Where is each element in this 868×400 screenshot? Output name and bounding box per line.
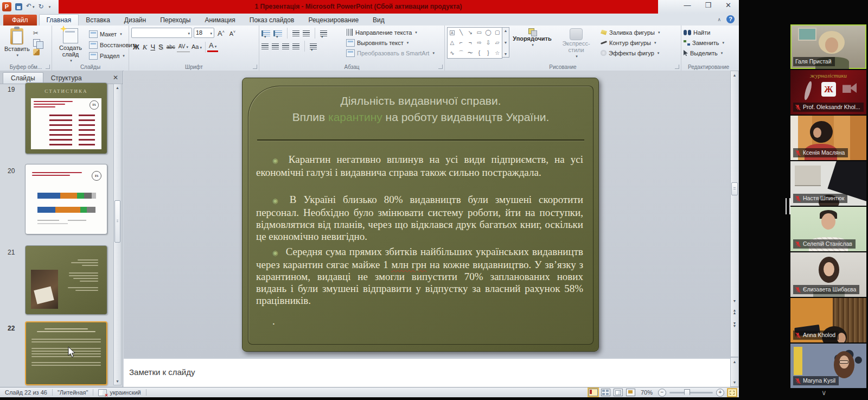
change-case-button[interactable]: Aa xyxy=(190,42,203,52)
text-shadow-button[interactable]: S xyxy=(157,42,165,52)
justify-icon[interactable] xyxy=(292,43,299,49)
tab-transitions[interactable]: Переходы xyxy=(153,15,197,26)
copy-icon[interactable] xyxy=(33,39,40,47)
view-slide-sorter-button[interactable] xyxy=(601,389,610,396)
tab-slideshow[interactable]: Показ слайдов xyxy=(242,15,302,26)
undo-icon[interactable]: ↶ xyxy=(26,2,35,11)
qat-customize-icon[interactable] xyxy=(48,2,51,11)
tab-animation[interactable]: Анимация xyxy=(197,15,242,26)
restore-button[interactable]: ❒ xyxy=(705,1,711,9)
view-normal-button[interactable] xyxy=(589,389,598,396)
tab-design[interactable]: Дизайн xyxy=(117,15,153,26)
main-scroll-down-icon[interactable]: ▼ xyxy=(731,299,738,303)
previous-slide-button[interactable]: ▲▲ xyxy=(731,309,738,314)
participant-tile-5[interactable]: Селепій Станіслав xyxy=(790,207,866,251)
slide-title[interactable]: Діяльність видавничої справи. Вплив кара… xyxy=(248,93,593,125)
participant-tile-1[interactable]: Галя Пристай xyxy=(790,24,866,69)
participant-tile-4[interactable]: Настя Шпинтюк xyxy=(790,161,866,206)
columns-icon[interactable] xyxy=(310,43,317,49)
slide-canvas[interactable]: Діяльність видавничої справи. Вплив кара… xyxy=(242,78,599,352)
view-reading-button[interactable] xyxy=(614,389,623,396)
bold-button[interactable]: Ж xyxy=(131,42,141,52)
strikethrough-button[interactable]: abc xyxy=(165,42,177,52)
smartart-button[interactable]: Преобразовать в SmartArt xyxy=(346,48,435,58)
help-icon[interactable]: ? xyxy=(726,15,735,23)
paragraph-dialog-launcher[interactable] xyxy=(438,65,443,69)
zoom-out-button[interactable]: − xyxy=(658,389,666,397)
select-button[interactable]: Выделить xyxy=(684,48,733,58)
participant-tile-3[interactable]: Ксенія Масляна xyxy=(790,116,866,160)
zoom-level[interactable]: 70% xyxy=(641,389,653,396)
main-scrollbar[interactable]: ▲ ▼ ▲▲ ▼▼ xyxy=(730,71,739,357)
slide-thumbnail-22-selected[interactable] xyxy=(25,321,107,385)
notes-scroll-up-icon[interactable]: ▲ xyxy=(731,360,738,364)
decrease-indent-icon[interactable] xyxy=(292,30,299,36)
text-direction-button[interactable]: Направление текста xyxy=(346,27,435,37)
italic-button[interactable]: К xyxy=(141,42,149,52)
zoom-in-button[interactable]: + xyxy=(716,389,724,397)
collapse-ribbon-icon[interactable]: ∧ xyxy=(717,17,721,22)
align-center-icon[interactable] xyxy=(272,43,279,49)
shape-effects-button[interactable]: Эффекты фигур xyxy=(601,48,660,58)
view-slideshow-button[interactable] xyxy=(626,389,635,396)
theme-name[interactable]: "Литейная" xyxy=(53,389,93,396)
zoom-slider[interactable] xyxy=(669,392,713,393)
panel-scrollbar[interactable]: ▲ ▼ xyxy=(113,84,122,385)
participant-tile-7[interactable]: Anna Kholod xyxy=(790,298,866,342)
powerpoint-logo-icon[interactable]: P xyxy=(2,2,11,11)
tab-home[interactable]: Главная xyxy=(39,14,79,26)
panel-scrollbar-thumb[interactable] xyxy=(114,200,120,243)
notes-scrollbar[interactable]: ▲ ▼ xyxy=(730,357,739,387)
align-right-icon[interactable] xyxy=(282,43,289,49)
arrange-button[interactable]: Упорядочить xyxy=(513,27,552,49)
next-slide-button[interactable]: ▼▼ xyxy=(731,322,738,327)
bullets-icon[interactable] xyxy=(261,30,270,36)
participant-tile-8[interactable]: Maryna Kysil xyxy=(790,344,866,388)
font-dialog-launcher[interactable] xyxy=(253,65,257,69)
participant-tile-2[interactable]: журналістики Ж Prof. Oleksandr Khol... xyxy=(790,70,866,115)
shape-outline-button[interactable]: Контур фигуры xyxy=(601,37,660,48)
tab-view[interactable]: Вид xyxy=(366,15,392,26)
notes-scroll-down-icon[interactable]: ▼ xyxy=(731,380,738,384)
numbering-icon[interactable] xyxy=(273,30,282,36)
tab-insert[interactable]: Вставка xyxy=(79,15,117,26)
shape-fill-button[interactable]: Заливка фигуры xyxy=(601,27,660,37)
panel-scroll-down-icon[interactable]: ▼ xyxy=(114,379,121,383)
panel-tab-slides[interactable]: Слайды xyxy=(3,72,43,84)
shapes-gallery[interactable]: A ╲ ↘ ▭ ◯ ▢ △ ⌐ ¬ ⇨ ⇩ ▱ ∿ ⌒ 〜 xyxy=(447,27,502,59)
line-spacing-icon[interactable] xyxy=(320,30,327,36)
slide-thumbnail-20[interactable]: IS xyxy=(25,164,107,234)
tab-review[interactable]: Рецензирование xyxy=(301,15,366,26)
main-scroll-up-icon[interactable]: ▲ xyxy=(731,73,738,77)
participant-tile-6[interactable]: Єлизавета Шибаєва xyxy=(790,252,866,297)
increase-indent-icon[interactable] xyxy=(303,30,310,36)
sidebar-scroll-chevron-icon[interactable]: ∨ xyxy=(821,389,827,397)
cut-icon[interactable]: ✂ xyxy=(33,29,40,37)
zoom-slider-thumb[interactable] xyxy=(684,389,690,397)
spellcheck-icon[interactable] xyxy=(98,389,107,396)
underline-button[interactable]: Ч xyxy=(149,42,157,52)
drawing-dialog-launcher[interactable] xyxy=(675,65,679,69)
redo-icon[interactable]: ↻ xyxy=(39,2,44,11)
font-name-combo[interactable] xyxy=(131,28,192,38)
shapes-scrollbar[interactable]: ▲▼▼ xyxy=(502,27,509,58)
save-icon[interactable] xyxy=(15,3,22,10)
fit-to-window-button[interactable] xyxy=(727,389,737,397)
slide-thumbnail-21[interactable] xyxy=(25,245,107,315)
minimize-button[interactable]: — xyxy=(684,1,691,9)
replace-button[interactable]: Заменить xyxy=(684,37,733,48)
align-text-button[interactable]: Выровнять текст xyxy=(346,37,435,48)
slide-body-text[interactable]: ◉Карантин негативно вплинув на усі види … xyxy=(256,154,583,327)
close-button[interactable]: ✕ xyxy=(725,1,731,9)
character-spacing-button[interactable]: AV xyxy=(177,42,190,52)
slide-thumbnail-19[interactable]: СТАТИСТИКА IS xyxy=(25,82,107,154)
find-button[interactable]: Найти xyxy=(684,27,733,37)
new-slide-button[interactable]: Создать слайд xyxy=(54,27,87,65)
main-scrollbar-thumb[interactable] xyxy=(731,182,738,195)
notes-pane[interactable]: Заметки к слайду xyxy=(124,357,730,387)
panel-close-icon[interactable]: ✕ xyxy=(113,74,118,81)
panel-tab-outline[interactable]: Структура xyxy=(43,73,90,84)
font-size-combo[interactable]: 18 xyxy=(194,28,214,38)
tab-file[interactable]: Файл xyxy=(3,15,37,26)
grow-font-icon[interactable]: A˄ xyxy=(216,27,226,38)
